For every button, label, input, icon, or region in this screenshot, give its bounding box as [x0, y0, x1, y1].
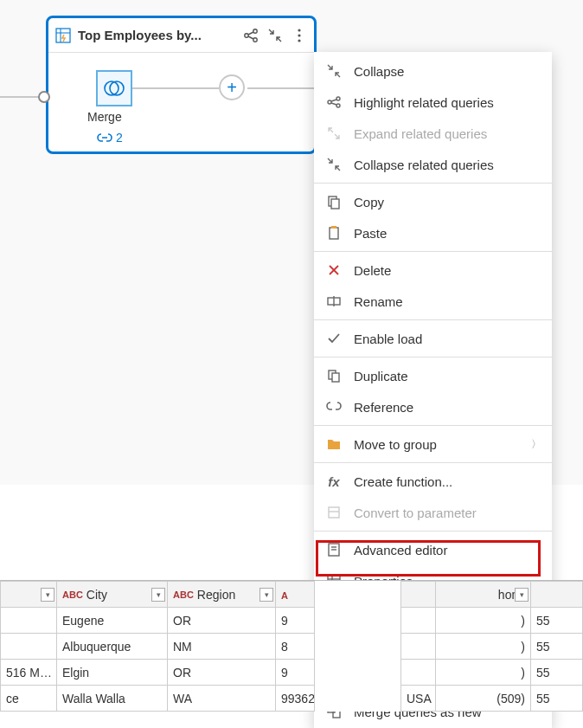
column-header[interactable]	[401, 582, 436, 608]
rename-icon	[324, 292, 343, 311]
svg-rect-27	[332, 373, 339, 382]
node-title: Top Employees by...	[78, 28, 236, 42]
svg-point-14	[336, 97, 340, 100]
svg-rect-28	[329, 507, 339, 518]
svg-rect-19	[331, 199, 339, 209]
table-lightning-icon	[55, 28, 71, 43]
copy-icon	[324, 192, 343, 211]
svg-rect-21	[331, 226, 336, 229]
column-header[interactable]	[531, 582, 583, 608]
menu-separator	[314, 357, 552, 358]
menu-rename[interactable]: Rename	[314, 286, 552, 317]
type-icon: A	[281, 590, 288, 601]
svg-point-9	[298, 34, 300, 36]
svg-point-5	[253, 37, 257, 41]
reference-icon	[324, 397, 343, 416]
menu-copy[interactable]: Copy	[314, 186, 552, 217]
data-preview-table: ▾ ABCCity▾ ABCRegion▾ A hone▾ EugeneOR9)…	[0, 580, 583, 712]
menu-paste[interactable]: Paste	[314, 217, 552, 248]
svg-point-13	[328, 100, 331, 104]
delete-icon	[324, 261, 343, 280]
menu-highlight-related[interactable]: Highlight related queries	[314, 87, 552, 118]
table-row[interactable]: 516 M…ElginOR9)55	[1, 660, 583, 686]
parameter-icon	[324, 503, 343, 522]
menu-separator	[314, 531, 552, 532]
collapse-arrows-icon	[324, 61, 343, 81]
link-count[interactable]: 2	[97, 131, 123, 145]
collapse-related-icon	[324, 155, 343, 174]
connector-line	[132, 87, 219, 89]
menu-move-to-group[interactable]: Move to group 〉	[314, 428, 552, 460]
merge-icon	[102, 76, 126, 100]
chevron-right-icon: 〉	[531, 437, 541, 452]
merge-step[interactable]	[96, 70, 132, 106]
filter-dropdown-icon[interactable]: ▾	[151, 588, 165, 602]
input-port[interactable]	[38, 91, 50, 103]
menu-separator	[314, 251, 552, 252]
editor-icon	[324, 540, 343, 559]
type-icon: ABC	[173, 589, 194, 600]
add-step-button[interactable]: +	[219, 74, 245, 100]
menu-expand-related: Expand related queries	[314, 118, 552, 149]
svg-rect-45	[333, 711, 340, 718]
gap	[315, 582, 401, 608]
table-row[interactable]: EugeneOR9)55	[1, 608, 583, 634]
svg-point-3	[245, 33, 248, 36]
check-icon	[324, 329, 343, 348]
menu-collapse-related[interactable]: Collapse related queries	[314, 149, 552, 180]
highlight-icon	[324, 93, 343, 112]
menu-reference[interactable]: Reference	[314, 391, 552, 422]
menu-separator	[314, 319, 552, 320]
fx-icon: fx	[324, 472, 343, 491]
svg-line-16	[331, 100, 336, 101]
column-header[interactable]: ▾	[1, 582, 57, 608]
filter-dropdown-icon[interactable]: ▾	[41, 588, 54, 602]
table-row[interactable]: ceWalla WallaWA99362USA(509)55	[1, 686, 583, 712]
svg-point-15	[336, 104, 340, 107]
svg-point-4	[253, 29, 257, 32]
table-row[interactable]: AlbuquerqueNM8)55	[1, 634, 583, 660]
table-header-row: ▾ ABCCity▾ ABCRegion▾ A hone▾	[1, 582, 583, 608]
more-options-icon[interactable]	[292, 28, 307, 43]
menu-duplicate[interactable]: Duplicate	[314, 360, 552, 391]
menu-separator	[314, 425, 552, 426]
merge-label: Merge	[87, 110, 122, 124]
svg-line-17	[331, 103, 336, 105]
duplicate-icon	[324, 366, 343, 385]
menu-collapse[interactable]: Collapse	[314, 55, 552, 87]
node-header: Top Employees by...	[48, 18, 314, 53]
column-header-region[interactable]: ABCRegion▾	[168, 582, 276, 608]
link-icon	[97, 132, 112, 144]
svg-line-7	[248, 36, 253, 39]
folder-icon	[324, 435, 343, 454]
menu-separator	[314, 462, 552, 463]
column-header[interactable]: A	[276, 582, 315, 608]
svg-line-6	[248, 32, 253, 35]
menu-advanced-editor[interactable]: Advanced editor	[314, 534, 552, 565]
svg-point-8	[298, 29, 300, 31]
node-body: Merge 2 +	[48, 53, 314, 155]
paste-icon	[324, 223, 343, 242]
menu-enable-load[interactable]: Enable load	[314, 323, 552, 354]
menu-separator	[314, 183, 552, 184]
svg-rect-20	[330, 228, 338, 239]
filter-dropdown-icon[interactable]: ▾	[259, 588, 273, 602]
svg-point-10	[298, 39, 300, 42]
menu-convert-parameter: Convert to parameter	[314, 497, 552, 528]
column-header-phone[interactable]: hone▾	[436, 582, 531, 608]
filter-dropdown-icon[interactable]: ▾	[515, 588, 529, 602]
type-icon: ABC	[62, 589, 83, 600]
menu-delete[interactable]: Delete	[314, 254, 552, 286]
column-header-city[interactable]: ABCCity▾	[57, 582, 168, 608]
related-icon[interactable]	[243, 28, 259, 43]
query-node-card[interactable]: Top Employees by... Merge	[46, 16, 317, 154]
menu-create-function[interactable]: fx Create function...	[314, 466, 552, 497]
expand-icon	[324, 124, 343, 143]
connector-line	[247, 87, 319, 89]
collapse-icon[interactable]	[267, 28, 283, 43]
